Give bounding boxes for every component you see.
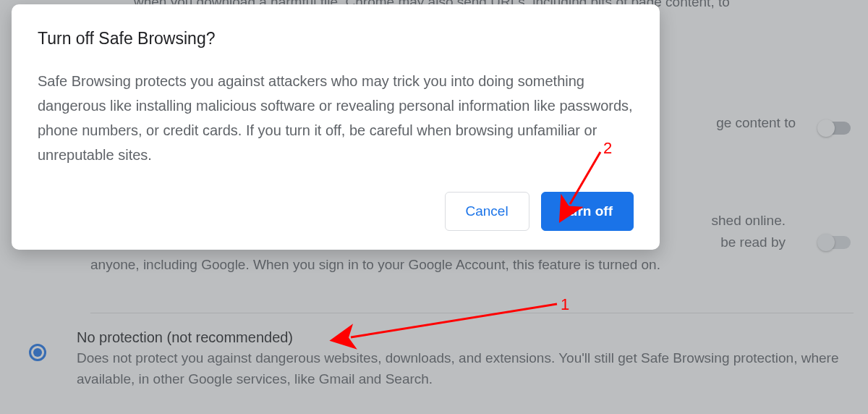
- dialog-body: Safe Browsing protects you against attac…: [38, 69, 634, 167]
- annotation-label-1: 1: [561, 295, 569, 314]
- annotation-label-2: 2: [603, 139, 612, 158]
- turn-off-button[interactable]: Turn off: [541, 192, 634, 231]
- cancel-button[interactable]: Cancel: [445, 192, 529, 231]
- dialog-actions: Cancel Turn off: [38, 192, 634, 231]
- confirm-dialog: Turn off Safe Browsing? Safe Browsing pr…: [12, 4, 660, 250]
- dialog-title: Turn off Safe Browsing?: [38, 29, 634, 48]
